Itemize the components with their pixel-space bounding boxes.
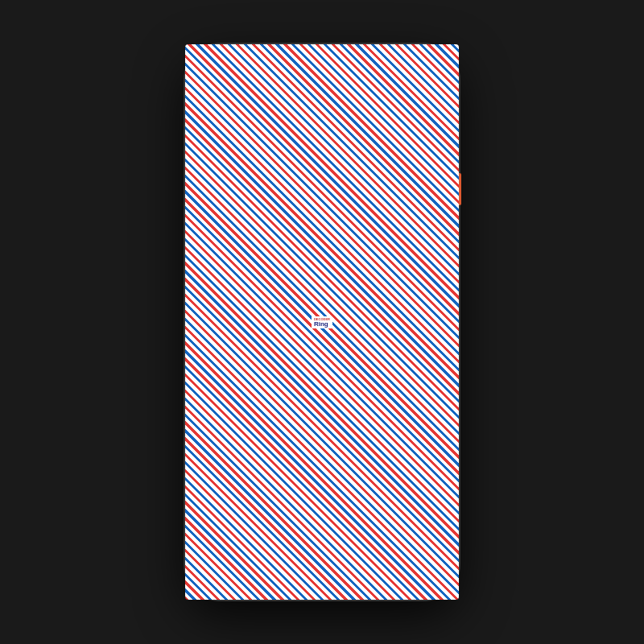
mini-player-thumb: DECODER Ring [208,517,237,546]
phone-screen: 12:30 ▼ Google Podcasts [195,54,449,590]
phone-frame: 12:30 ▼ Google Podcasts [185,44,459,600]
mini-player[interactable]: DECODER Ring Mystery of the Mullet [195,507,449,554]
